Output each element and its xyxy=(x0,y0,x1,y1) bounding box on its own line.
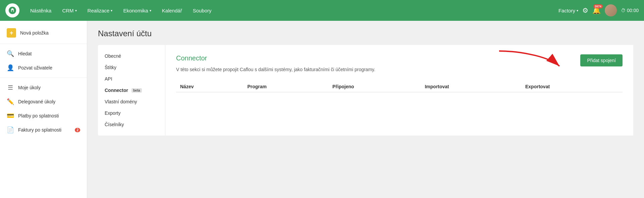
app-logo[interactable] xyxy=(5,3,19,17)
invoices-icon: 📄 xyxy=(7,126,14,134)
page-title: Nastavení účtu xyxy=(98,29,633,38)
realizace-chevron-icon: ▾ xyxy=(111,9,112,12)
settings-nav: Obecné Štítky API Connector beta Vlastní… xyxy=(98,45,165,136)
settings-nav-domains[interactable]: Vlastní domény xyxy=(98,96,165,107)
settings-nav-numbering[interactable]: Číselníky xyxy=(98,119,165,130)
nav-link-soubory[interactable]: Soubory xyxy=(189,6,216,15)
crm-chevron-icon: ▾ xyxy=(75,9,77,12)
settings-nav-general[interactable]: Obecné xyxy=(98,50,165,62)
invite-icon: 👤 xyxy=(7,64,14,71)
ekonomika-chevron-icon: ▾ xyxy=(150,9,151,12)
plus-icon: + xyxy=(7,28,16,38)
nav-link-crm[interactable]: CRM ▾ xyxy=(58,6,80,15)
settings-nav-labels[interactable]: Štítky xyxy=(98,62,165,73)
content-area: Nastavení účtu Obecné Štítky API Connect… xyxy=(87,21,644,198)
sidebar-item-invite[interactable]: 👤 Pozvat uživatele xyxy=(0,61,87,75)
sidebar-item-my-tasks[interactable]: ☰ Moje úkoly xyxy=(0,81,87,95)
settings-nav-exports[interactable]: Exporty xyxy=(98,107,165,119)
connector-content: Connector V této sekci si můžete propoji… xyxy=(165,45,633,136)
avatar[interactable] xyxy=(605,4,617,16)
sidebar-item-invoices[interactable]: 📄 Faktury po splatnosti 2 xyxy=(0,123,87,137)
time-display: ⏱ 00:00 xyxy=(621,8,639,13)
sidebar-item-payments[interactable]: 💳 Platby po splatnosti xyxy=(0,109,87,123)
payments-icon: 💳 xyxy=(7,112,14,119)
connector-description: V této sekci si můžete propojit Caflou s… xyxy=(176,66,623,73)
col-header-importovat: Importovat xyxy=(421,81,521,92)
notifications-icon[interactable]: 🔔 2674 xyxy=(592,6,601,14)
search-icon: 🔍 xyxy=(7,50,14,57)
delegated-icon: ✏️ xyxy=(7,98,14,105)
tasks-icon: ☰ xyxy=(7,84,14,91)
sidebar: + Nová položka 🔍 Hledat 👤 Pozvat uživate… xyxy=(0,21,87,198)
add-spojeni-button[interactable]: Přidat spojení xyxy=(580,54,623,66)
new-item-button[interactable]: + Nová položka xyxy=(0,25,87,41)
nav-link-realizace[interactable]: Realizace ▾ xyxy=(84,6,117,15)
connector-table: Název Program Připojeno Importovat Expor… xyxy=(176,81,623,92)
sidebar-divider xyxy=(0,44,87,44)
factory-chevron-icon: ▾ xyxy=(577,9,578,12)
top-navigation: Nástěnka CRM ▾ Realizace ▾ Ekonomika ▾ K… xyxy=(0,0,644,21)
settings-nav-connector[interactable]: Connector beta xyxy=(98,85,165,96)
svg-rect-1 xyxy=(12,10,13,12)
settings-layout: Obecné Štítky API Connector beta Vlastní… xyxy=(98,45,633,136)
notification-badge: 2674 xyxy=(593,4,603,8)
invoices-badge: 2 xyxy=(75,128,80,132)
settings-icon[interactable]: ⚙ xyxy=(582,6,588,14)
sidebar-divider-2 xyxy=(0,78,87,78)
col-header-pripojeno: Připojeno xyxy=(328,81,421,92)
nav-link-kalendar[interactable]: Kalendář xyxy=(158,6,186,15)
col-header-name: Název xyxy=(176,81,243,92)
nav-link-nastěnka[interactable]: Nástěnka xyxy=(26,6,55,15)
settings-nav-api[interactable]: API xyxy=(98,73,165,85)
sidebar-item-search[interactable]: 🔍 Hledat xyxy=(0,47,87,61)
sidebar-item-delegated[interactable]: ✏️ Delegované úkoly xyxy=(0,95,87,109)
beta-badge: beta xyxy=(131,88,142,93)
factory-dropdown[interactable]: Factory ▾ xyxy=(558,8,578,13)
connector-title: Connector xyxy=(176,54,623,62)
nav-link-ekonomika[interactable]: Ekonomika ▾ xyxy=(119,6,155,15)
col-header-exportovat: Exportovat xyxy=(521,81,623,92)
col-header-program: Program xyxy=(243,81,328,92)
